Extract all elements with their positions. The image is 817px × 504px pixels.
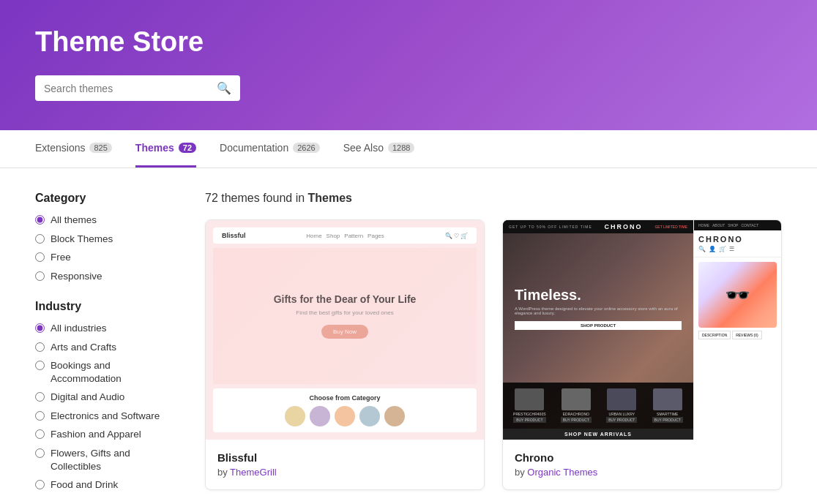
radio-flowers[interactable] <box>35 448 45 458</box>
chrono-hero-desc: A WordPress theme designed to elevate yo… <box>515 306 682 315</box>
results-section: Themes <box>308 192 352 204</box>
industry-section-title: Industry <box>35 300 182 313</box>
chrono-product-name-4: SMARTTIME <box>652 412 683 416</box>
sidebar-item-responsive[interactable]: Responsive <box>35 270 182 283</box>
tab-documentation[interactable]: Documentation 2626 <box>220 130 320 168</box>
chrono-product-img-3 <box>607 388 636 410</box>
chrono-product-btn-1: BUY PRODUCT <box>513 417 545 423</box>
tab-documentation-badge: 2626 <box>293 143 319 153</box>
radio-digital[interactable] <box>35 392 45 402</box>
radio-all-themes[interactable] <box>35 215 45 225</box>
radio-block-themes[interactable] <box>35 234 45 244</box>
chrono-products-row: PRESTIGCHR400S BUY PRODUCT EDRACHRONO BU… <box>503 383 693 429</box>
sidebar-item-fashion[interactable]: Fashion and Apparel <box>35 428 182 441</box>
chrono-sidebar-icons: 🔍 👤 🛒 ☰ <box>698 246 777 252</box>
search-bar: 🔍 <box>35 75 240 101</box>
chrono-product-name-3: URBAN LUXRY <box>606 412 637 416</box>
chrono-product-img-4 <box>653 388 682 410</box>
chrono-sidebar-top-nav: HOME ABOUT SHOP CONTACT <box>694 220 781 230</box>
blissful-name: Blissful <box>217 451 472 464</box>
blissful-categories: Choose from Category <box>213 388 477 432</box>
tab-themes[interactable]: Themes 72 <box>135 130 196 168</box>
category-circle-5 <box>384 406 405 426</box>
radio-fashion[interactable] <box>35 429 45 439</box>
blissful-cat-title: Choose from Category <box>222 394 468 402</box>
sidebar-item-digital[interactable]: Digital and Audio <box>35 391 182 404</box>
label-flowers: Flowers, Gifts and Collectibles <box>51 447 182 473</box>
chrono-product-img-1 <box>515 388 544 410</box>
sidebar-item-arts[interactable]: Arts and Crafts <box>35 341 182 354</box>
tab-see-also-badge: 1288 <box>388 143 414 153</box>
label-free: Free <box>51 251 71 264</box>
radio-bookings[interactable] <box>35 361 45 370</box>
chrono-product-1: PRESTIGCHR400S BUY PRODUCT <box>513 388 545 423</box>
radio-electronics[interactable] <box>35 411 45 421</box>
chrono-shop-banner: SHOP NEW ARRIVALS <box>503 429 693 440</box>
sidebar-item-all-industries[interactable]: All industries <box>35 322 182 335</box>
label-electronics: Electronics and Software <box>51 410 160 423</box>
tab-extensions-badge: 825 <box>89 143 111 153</box>
tab-see-also[interactable]: See Also 1288 <box>343 130 415 168</box>
chrono-sidebar-logo: CHRONO <box>698 235 777 244</box>
blissful-category-circles <box>222 406 468 426</box>
chrono-product-name-1: PRESTIGCHR400S <box>513 412 545 416</box>
menu-icon: ☰ <box>729 246 734 252</box>
nav-tabs: Extensions 825 Themes 72 Documentation 2… <box>0 130 817 168</box>
sidebar-item-electronics[interactable]: Electronics and Software <box>35 410 182 423</box>
chrono-product-btn-3: BUY PRODUCT <box>606 417 637 423</box>
sidebar: Category All themes Block Themes Free Re… <box>35 192 182 497</box>
chrono-hero-area: Timeless. A WordPress theme designed to … <box>503 233 693 383</box>
blissful-nav-bar: Blissful HomeShopPatternPages 🔍 ♡ 🛒 <box>213 227 477 244</box>
chrono-sunglasses-display: 🕶️ <box>698 262 777 328</box>
tab-documentation-label: Documentation <box>220 142 288 154</box>
blissful-nav-icons: 🔍 ♡ 🛒 <box>445 233 468 239</box>
blissful-info: Blissful by ThemeGrill <box>206 440 484 489</box>
chrono-name: Chrono <box>515 451 769 464</box>
radio-food[interactable] <box>35 480 45 489</box>
category-circle-1 <box>285 406 305 426</box>
search-button[interactable]: 🔍 <box>211 81 231 95</box>
radio-all-industries[interactable] <box>35 323 45 333</box>
radio-responsive[interactable] <box>35 271 45 281</box>
sidebar-item-all-themes[interactable]: All themes <box>35 214 182 227</box>
results-summary: 72 themes found in <box>205 192 305 204</box>
chrono-mockup: GET UP TO 50% OFF LIMITED TIME CHRONO GE… <box>503 220 781 440</box>
label-all-themes: All themes <box>51 214 97 227</box>
chrono-author: by Organic Themes <box>515 467 769 478</box>
chrono-product-img-2 <box>562 388 591 410</box>
radio-free[interactable] <box>35 252 45 262</box>
label-responsive: Responsive <box>51 270 102 283</box>
themes-grid: Blissful HomeShopPatternPages 🔍 ♡ 🛒 Gift… <box>205 219 782 490</box>
sidebar-item-flowers[interactable]: Flowers, Gifts and Collectibles <box>35 447 182 473</box>
label-bookings: Bookings and Accommodation <box>51 359 182 385</box>
chrono-nav-logo: CHRONO <box>605 223 643 230</box>
chrono-main-panel: GET UP TO 50% OFF LIMITED TIME CHRONO GE… <box>503 220 693 440</box>
chrono-nav-label: GET UP TO 50% OFF LIMITED TIME <box>509 225 592 229</box>
tab-extensions[interactable]: Extensions 825 <box>35 130 112 168</box>
sidebar-item-bookings[interactable]: Bookings and Accommodation <box>35 359 182 385</box>
theme-card-chrono[interactable]: GET UP TO 50% OFF LIMITED TIME CHRONO GE… <box>502 219 782 490</box>
chrono-top-nav: GET UP TO 50% OFF LIMITED TIME CHRONO GE… <box>503 220 693 233</box>
chrono-sidebar-product-area: 🕶️ DESCRIPTION REVIEWS (0) <box>694 257 781 440</box>
sidebar-item-food[interactable]: Food and Drink <box>35 478 182 492</box>
chrono-sunglasses-img: 🕶️ <box>698 262 777 328</box>
chrono-info: Chrono by Organic Themes <box>503 440 781 489</box>
chrono-preview: GET UP TO 50% OFF LIMITED TIME CHRONO GE… <box>503 220 781 440</box>
chrono-reviews-btn[interactable]: REVIEWS (0) <box>732 331 762 339</box>
chrono-author-link[interactable]: Organic Themes <box>527 467 597 478</box>
search-input[interactable] <box>44 83 211 94</box>
tab-themes-badge: 72 <box>179 143 196 153</box>
category-circle-4 <box>359 406 380 426</box>
tab-see-also-label: See Also <box>343 142 384 154</box>
chrono-description-btn[interactable]: DESCRIPTION <box>698 331 731 339</box>
main-content: Category All themes Block Themes Free Re… <box>0 168 817 504</box>
sidebar-item-free[interactable]: Free <box>35 251 182 264</box>
sidebar-item-block-themes[interactable]: Block Themes <box>35 233 182 246</box>
blissful-author-link[interactable]: ThemeGrill <box>230 467 277 478</box>
chrono-product-2: EDRACHRONO BUY PRODUCT <box>561 388 592 423</box>
label-block-themes: Block Themes <box>51 233 113 246</box>
radio-arts[interactable] <box>35 342 45 352</box>
blissful-nav-links: HomeShopPatternPages <box>306 233 384 239</box>
chrono-shop-button[interactable]: SHOP PRODUCT <box>515 321 682 330</box>
theme-card-blissful[interactable]: Blissful HomeShopPatternPages 🔍 ♡ 🛒 Gift… <box>205 219 485 490</box>
